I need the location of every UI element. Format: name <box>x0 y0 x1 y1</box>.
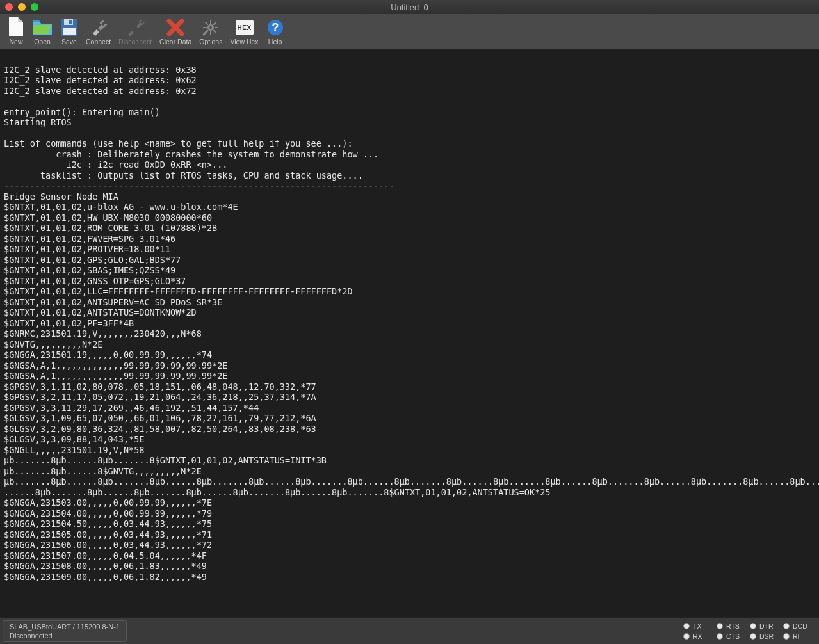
toolbar-label: Help <box>268 38 282 45</box>
led-dot-icon <box>717 623 723 629</box>
svg-rect-2 <box>69 20 72 24</box>
floppy-icon <box>60 17 78 38</box>
clear-icon <box>166 17 184 38</box>
led-dot-icon <box>783 623 790 629</box>
svg-rect-16 <box>205 22 209 26</box>
svg-rect-9 <box>210 20 211 24</box>
svg-rect-6 <box>138 19 142 23</box>
toolbar-label: New <box>9 38 22 45</box>
svg-rect-11 <box>215 27 218 28</box>
save-button[interactable]: Save <box>56 15 82 45</box>
signal-leds: TXRXRTSCTSDTRDSRDCDRI <box>678 622 819 640</box>
led-rts: RTS <box>717 622 747 630</box>
led-dot-icon <box>683 633 690 640</box>
state-label: Disconnected <box>10 632 120 640</box>
led-dot-icon <box>683 623 690 629</box>
svg-point-17 <box>209 26 212 29</box>
led-label: RX <box>693 632 702 640</box>
window-controls <box>5 3 38 11</box>
led-ri: RI <box>783 632 814 640</box>
options-button[interactable]: Options <box>195 15 226 45</box>
file-icon <box>8 17 24 38</box>
new-button[interactable]: New <box>4 15 28 45</box>
toolbar-label: Clear Data <box>159 38 191 45</box>
hex-icon: HEX <box>236 17 254 38</box>
disconnect-button: Disconnect <box>115 15 156 45</box>
zoom-icon[interactable] <box>31 3 38 11</box>
svg-rect-15 <box>203 27 207 28</box>
toolbar-label: View Hex <box>230 38 258 45</box>
plug-icon <box>89 17 108 38</box>
led-dot-icon <box>717 633 723 640</box>
toolbar-label: Open <box>34 38 51 45</box>
led-label: TX <box>693 622 701 630</box>
clear-button[interactable]: Clear Data <box>156 15 195 45</box>
toolbar: NewOpenSaveConnectDisconnectClear DataOp… <box>0 14 819 50</box>
led-label: DCD <box>793 622 807 630</box>
help-icon: ? <box>266 17 284 38</box>
help-button[interactable]: ?Help <box>263 15 288 45</box>
led-dot-icon <box>750 623 756 629</box>
led-rx: RX <box>683 632 714 640</box>
connect-button[interactable]: Connect <box>82 15 115 45</box>
close-icon[interactable] <box>5 3 13 11</box>
led-label: RTS <box>726 622 740 630</box>
led-label: CTS <box>726 632 740 640</box>
led-dtr: DTR <box>750 622 781 630</box>
port-label: SLAB_USBtoUART / 115200 8-N-1 <box>10 623 120 631</box>
open-button[interactable]: Open <box>28 15 56 45</box>
led-dot-icon <box>750 633 756 640</box>
window-title: Untitled_0 <box>0 3 819 12</box>
titlebar: Untitled_0 <box>0 0 819 14</box>
led-label: DTR <box>759 622 774 630</box>
svg-rect-7 <box>141 22 145 26</box>
led-dcd: DCD <box>783 622 814 630</box>
led-label: RI <box>793 632 800 640</box>
svg-rect-12 <box>213 30 217 34</box>
gear-icon <box>202 17 220 38</box>
toolbar-label: Disconnect <box>118 38 152 45</box>
svg-rect-4 <box>99 20 104 24</box>
plug-off-icon <box>126 17 145 38</box>
viewhex-button[interactable]: HEXView Hex <box>226 15 262 45</box>
led-dsr: DSR <box>750 632 781 640</box>
toolbar-label: Options <box>199 38 222 45</box>
led-tx: TX <box>683 622 714 630</box>
status-bar: SLAB_USBtoUART / 115200 8-N-1 Disconnect… <box>0 617 819 644</box>
minimize-icon[interactable] <box>18 3 26 11</box>
svg-rect-13 <box>210 31 211 35</box>
folder-icon <box>32 17 53 38</box>
svg-rect-3 <box>63 28 76 35</box>
led-dot-icon <box>783 633 790 640</box>
connection-status: SLAB_USBtoUART / 115200 8-N-1 Disconnect… <box>3 620 127 642</box>
svg-text:?: ? <box>272 21 279 34</box>
led-cts: CTS <box>717 632 747 640</box>
svg-rect-10 <box>213 22 217 26</box>
terminal-output[interactable]: I2C_2 slave detected at address: 0x38 I2… <box>0 50 819 617</box>
toolbar-label: Save <box>61 38 77 45</box>
toolbar-label: Connect <box>86 38 111 45</box>
led-label: DSR <box>759 632 774 640</box>
